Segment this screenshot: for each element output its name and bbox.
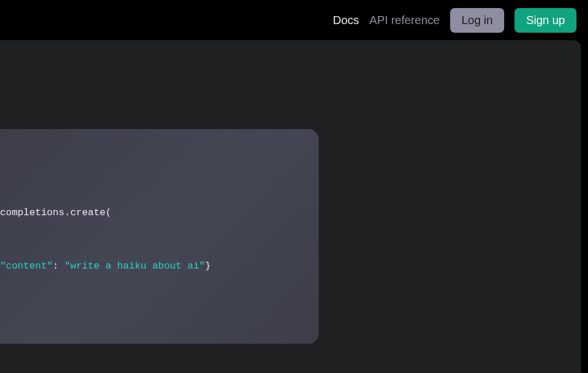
code-string: "content" [0,261,53,271]
nav-api-reference[interactable]: API reference [369,14,439,27]
main-content-area: completions.create( "content": "write a … [0,40,581,373]
code-text: completions.create( [0,207,111,218]
code-punct: : [53,261,64,271]
top-header: Docs API reference Log in Sign up [0,0,588,40]
code-line: completions.create( [0,205,111,220]
code-punct: } [205,261,211,271]
login-button[interactable]: Log in [450,8,505,33]
nav-docs[interactable]: Docs [333,14,359,27]
code-sample-panel: completions.create( "content": "write a … [0,129,319,344]
code-line: "content": "write a haiku about ai"} [0,258,211,274]
code-string: "write a haiku about ai" [64,261,205,271]
signup-button[interactable]: Sign up [514,8,577,33]
